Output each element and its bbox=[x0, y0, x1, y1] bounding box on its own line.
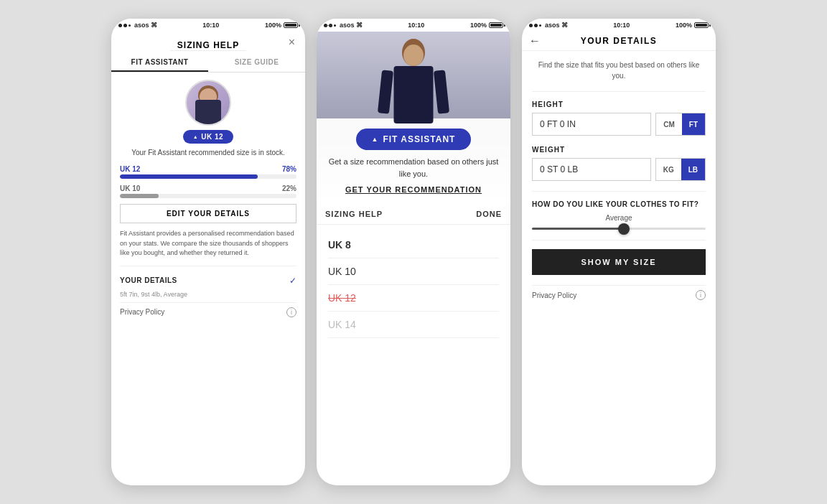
signal-dot-6 bbox=[334, 24, 336, 27]
progress-fill-1 bbox=[120, 174, 258, 179]
carrier-label-2: asos bbox=[340, 22, 355, 29]
slider-track[interactable] bbox=[532, 228, 706, 230]
height-label: HEIGHT bbox=[532, 101, 706, 108]
slider-container[interactable]: Average bbox=[532, 214, 706, 230]
privacy-label-3[interactable]: Privacy Policy bbox=[532, 291, 576, 299]
carrier-info: asos ⌘ bbox=[118, 22, 157, 29]
list-item-uk8[interactable]: UK 8 bbox=[328, 232, 499, 258]
phone1-content: UK 12 Your Fit Assistant recommended siz… bbox=[111, 73, 305, 485]
info-text: Fit Assistant provides a personalised re… bbox=[120, 229, 296, 258]
avatar-area: UK 12 bbox=[120, 80, 296, 144]
signal-dot-1 bbox=[118, 24, 122, 27]
size-bars: UK 12 78% UK 10 22% bbox=[120, 165, 296, 198]
divider-mid bbox=[532, 191, 706, 192]
signal-dot-7 bbox=[529, 24, 533, 27]
size-row-1: UK 12 78% bbox=[120, 165, 296, 173]
fit-overlay: FIT ASSISTANT Get a size recommendation … bbox=[317, 118, 510, 204]
size-row-2: UK 10 22% bbox=[120, 185, 296, 192]
fit-assistant-banner[interactable]: FIT ASSISTANT bbox=[356, 129, 472, 150]
tab-bar-1: FIT ASSISTANT SIZE GUIDE bbox=[111, 54, 305, 73]
size-pct-1: 78% bbox=[282, 165, 296, 173]
your-details-label: YOUR DETAILS bbox=[120, 276, 177, 284]
fit-question: HOW DO YOU LIKE YOUR CLOTHES TO FIT? bbox=[532, 200, 706, 208]
tab-fit-assistant[interactable]: FIT ASSISTANT bbox=[111, 54, 208, 72]
status-bar-3: asos ⌘ 10:10 100% bbox=[522, 19, 716, 32]
size-label-1: UK 12 bbox=[120, 165, 140, 173]
info-icon-3[interactable]: i bbox=[696, 290, 706, 300]
get-recommendation-button[interactable]: GET YOUR RECOMMENDATION bbox=[328, 185, 499, 194]
weight-section: WEIGHT 0 ST 0 LB KG LB bbox=[532, 146, 706, 181]
done-link[interactable]: DONE bbox=[476, 210, 502, 218]
product-nav: SIZING HELP DONE bbox=[317, 204, 510, 225]
weight-label: WEIGHT bbox=[532, 146, 706, 154]
progress-fill-2 bbox=[120, 194, 159, 198]
privacy-row-3: Privacy Policy i bbox=[532, 285, 706, 304]
size-pct-2: 22% bbox=[282, 185, 296, 192]
signal-dot-9 bbox=[539, 24, 541, 27]
page-title: SIZING HELP bbox=[177, 40, 239, 50]
weight-unit-toggle: KG LB bbox=[655, 158, 706, 181]
height-unit-cm[interactable]: CM bbox=[656, 113, 682, 135]
phone-1: asos ⌘ 10:10 100% SIZING HELP × FIT ASSI… bbox=[111, 19, 305, 485]
back-button-3[interactable]: ← bbox=[529, 34, 541, 47]
signal-dot-3 bbox=[129, 24, 131, 27]
battery-icon-3 bbox=[694, 22, 709, 28]
battery-area: 100% bbox=[265, 22, 298, 29]
recommendation-text: Your Fit Assistant recommended size is i… bbox=[120, 148, 296, 158]
slider-fill bbox=[532, 228, 627, 230]
list-item-uk12[interactable]: UK 12 bbox=[328, 285, 499, 312]
progress-bar-2 bbox=[120, 194, 296, 198]
battery-icon bbox=[284, 22, 298, 28]
height-row: 0 FT 0 IN CM FT bbox=[532, 113, 706, 136]
battery-icon-2 bbox=[489, 22, 503, 28]
close-button[interactable]: × bbox=[289, 36, 295, 49]
show-my-size-button[interactable]: SHOW MY SIZE bbox=[532, 249, 706, 275]
signal-dot-2 bbox=[123, 24, 127, 27]
avatar bbox=[185, 80, 231, 126]
carrier-info-3: asos ⌘ bbox=[529, 22, 568, 29]
weight-unit-lb[interactable]: LB bbox=[681, 159, 705, 180]
battery-pct-3: 100% bbox=[676, 22, 692, 29]
page-title-3: YOUR DETAILS bbox=[581, 36, 657, 46]
weight-unit-kg[interactable]: KG bbox=[656, 159, 681, 180]
carrier-label: asos bbox=[134, 22, 149, 29]
wifi-icon-2: ⌘ bbox=[356, 22, 363, 29]
edit-details-button[interactable]: EDIT YOUR DETAILS bbox=[120, 204, 296, 223]
height-unit-ft[interactable]: FT bbox=[682, 113, 705, 135]
weight-input[interactable]: 0 ST 0 LB bbox=[532, 158, 651, 181]
height-section: HEIGHT 0 FT 0 IN CM FT bbox=[532, 101, 706, 136]
size-label-2: UK 10 bbox=[120, 185, 140, 192]
tab-size-guide[interactable]: SIZE GUIDE bbox=[208, 54, 305, 72]
divider-1 bbox=[120, 266, 296, 266]
check-icon: ✓ bbox=[289, 276, 296, 286]
progress-bar-1 bbox=[120, 174, 296, 179]
battery-area-2: 100% bbox=[470, 22, 503, 29]
sizing-help-link[interactable]: SIZING HELP bbox=[325, 210, 383, 218]
wifi-icon: ⌘ bbox=[151, 22, 157, 29]
wifi-icon-3: ⌘ bbox=[561, 22, 568, 29]
status-bar-1: asos ⌘ 10:10 100% bbox=[111, 19, 305, 32]
battery-area-3: 100% bbox=[676, 22, 709, 29]
back-arrow-2[interactable]: ← bbox=[324, 19, 334, 31]
list-item-uk10[interactable]: UK 10 bbox=[328, 258, 499, 285]
signal-dot-8 bbox=[534, 24, 538, 27]
weight-row: 0 ST 0 LB KG LB bbox=[532, 158, 706, 181]
details-sub: 5ft 7in, 9st 4lb, Average bbox=[120, 291, 296, 298]
fit-description: Get a size recommendation based on other… bbox=[328, 156, 499, 179]
header-3: ← YOUR DETAILS bbox=[522, 32, 716, 51]
header-1: SIZING HELP × bbox=[111, 32, 305, 54]
time-label-3: 10:10 bbox=[613, 22, 630, 29]
list-item-uk14[interactable]: UK 14 bbox=[328, 312, 499, 338]
phone-3: asos ⌘ 10:10 100% ← YOUR DETAILS Find th… bbox=[522, 19, 716, 485]
carrier-label-3: asos bbox=[545, 22, 560, 29]
status-bar-2: asos ⌘ 10:10 100% ← bbox=[317, 19, 510, 32]
phone3-content: Find the size that fits you best based o… bbox=[522, 51, 716, 485]
height-unit-toggle: CM FT bbox=[655, 113, 706, 136]
height-input[interactable]: 0 FT 0 IN bbox=[532, 113, 651, 136]
privacy-label[interactable]: Privacy Policy bbox=[120, 308, 164, 316]
slider-thumb[interactable] bbox=[618, 223, 630, 235]
time-label-2: 10:10 bbox=[408, 22, 424, 29]
your-details-section: YOUR DETAILS ✓ bbox=[120, 271, 296, 291]
info-icon[interactable]: i bbox=[286, 307, 296, 317]
divider-top bbox=[532, 91, 706, 92]
